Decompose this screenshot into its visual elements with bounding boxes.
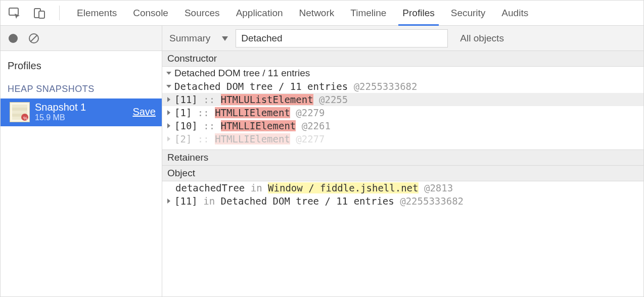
sidebar-toolbar <box>1 26 162 51</box>
constructor-row[interactable]: [10] :: HTMLLIElement @2261 <box>162 119 643 132</box>
retainer-row[interactable]: [11] in Detached DOM tree / 11 entries @… <box>162 194 643 208</box>
svg-line-5 <box>31 35 37 41</box>
profiles-heading: Profiles <box>1 51 162 76</box>
heap-snapshots-heading: HEAP SNAPSHOTS <box>1 76 162 98</box>
summary-dropdown[interactable]: Summary <box>169 33 228 44</box>
svg-rect-2 <box>39 11 44 18</box>
tab-sources[interactable]: Sources <box>183 1 221 25</box>
class-filter-input[interactable] <box>236 29 448 47</box>
snapshot-icon: % <box>10 102 30 122</box>
constructor-column-header[interactable]: Constructor <box>162 51 643 67</box>
tab-elements[interactable]: Elements <box>76 1 118 25</box>
object-column-header[interactable]: Object <box>162 166 643 181</box>
tab-network[interactable]: Network <box>298 1 336 25</box>
main-toolbar: Summary All objects <box>162 26 643 51</box>
tab-console[interactable]: Console <box>132 1 169 25</box>
summary-label: Summary <box>169 33 210 44</box>
devtools-tabbar: ElementsConsoleSourcesApplicationNetwork… <box>1 1 643 26</box>
clear-icon[interactable] <box>28 32 40 44</box>
inspect-element-icon[interactable] <box>7 1 23 25</box>
constructor-row[interactable]: [1] :: HTMLLIElement @2279 <box>162 106 643 119</box>
tab-application[interactable]: Application <box>235 1 284 25</box>
record-icon[interactable] <box>8 33 19 44</box>
constructor-row[interactable]: [11] :: HTMLUListElement @2255 <box>162 93 643 106</box>
tab-security[interactable]: Security <box>450 1 487 25</box>
constructor-row[interactable]: Detached DOM tree / 11 entries <box>162 67 643 80</box>
snapshot-title: Snapshot 1 <box>35 102 86 113</box>
separator <box>59 6 60 20</box>
svg-rect-0 <box>9 8 18 15</box>
constructor-row[interactable]: [2] :: HTMLLIElement @2277 <box>162 132 643 145</box>
svg-point-3 <box>9 34 18 43</box>
tab-profiles[interactable]: Profiles <box>401 1 435 25</box>
device-toggle-icon[interactable] <box>32 1 47 25</box>
panel-tabs: ElementsConsoleSourcesApplicationNetwork… <box>76 1 529 25</box>
tab-audits[interactable]: Audits <box>500 1 529 25</box>
snapshot-save-link[interactable]: Save <box>132 106 156 118</box>
profiles-main: Summary All objects Constructor Detached… <box>162 26 643 296</box>
constructor-row[interactable]: Detached DOM tree / 11 entries @22553336… <box>162 80 643 93</box>
retainers-header: Retainers <box>162 150 643 166</box>
tab-timeline[interactable]: Timeline <box>349 1 387 25</box>
snapshot-size: 15.9 MB <box>35 113 86 122</box>
all-objects-dropdown[interactable]: All objects <box>460 33 504 44</box>
snapshot-item[interactable]: % Snapshot 1 15.9 MB Save <box>1 98 162 126</box>
constructor-tree[interactable]: Detached DOM tree / 11 entriesDetached D… <box>162 67 643 145</box>
retainers-tree[interactable]: detachedTree in Window / fiddle.jshell.n… <box>162 181 643 208</box>
profiles-sidebar: Profiles HEAP SNAPSHOTS % Snapshot 1 15.… <box>1 26 162 296</box>
retainer-row[interactable]: detachedTree in Window / fiddle.jshell.n… <box>162 181 643 194</box>
chevron-down-icon <box>221 35 228 41</box>
